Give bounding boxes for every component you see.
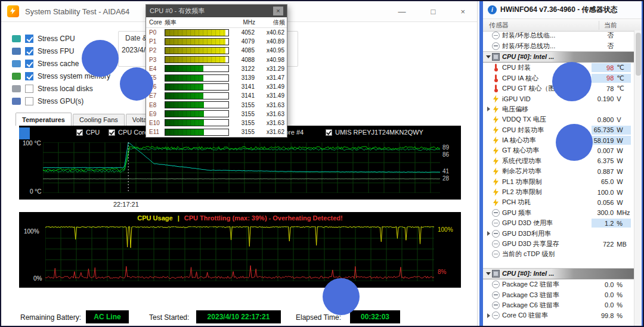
sensor-row[interactable]: VDDQ TX 电压0.800V — [483, 114, 634, 124]
freq-row[interactable]: P24085x40.95 — [146, 46, 287, 55]
temp-icon — [492, 74, 500, 82]
chevron-right-icon[interactable] — [485, 106, 492, 113]
scroll-thumb[interactable] — [19, 127, 30, 139]
legend-checkbox[interactable] — [76, 129, 83, 136]
frequency-bar-fill — [165, 39, 225, 45]
sensor-row[interactable]: GPU D3D利用率 — [483, 228, 634, 238]
freq-row[interactable]: E73141x31.49 — [146, 91, 287, 100]
sensor-row[interactable]: PL2 功率限制100.0W — [483, 187, 634, 197]
sensor-row[interactable]: 剩余芯片功率0.887W — [483, 166, 634, 176]
stress-checkbox[interactable] — [25, 35, 33, 43]
freq-titlebar[interactable]: CPU #0 - 有效频率 × — [146, 5, 287, 17]
sensor-row[interactable]: Package C2 驻留率0.0% — [483, 279, 634, 289]
sensor-value-number: 否 — [592, 42, 614, 51]
sensor-row[interactable]: PL1 功率限制65.0W — [483, 176, 634, 186]
battery-label: Remaining Battery: — [20, 313, 81, 322]
indent-spacer — [485, 75, 492, 82]
freq-row[interactable]: P34088x40.98 — [146, 55, 287, 64]
freq-row[interactable]: E113155x31.62 — [146, 127, 287, 136]
maximize-icon[interactable]: □ — [431, 7, 436, 16]
hwinfo-scrollbar[interactable] — [634, 30, 642, 327]
mhz-value: 3155 — [231, 120, 255, 126]
legend-checkbox[interactable] — [326, 129, 332, 136]
legend-item[interactable]: CPU Core — [109, 129, 148, 136]
sensor-row[interactable]: Package C6 驻留率0.0% — [483, 300, 634, 310]
sensor-row[interactable]: 封装/环形总线临...否 — [483, 30, 634, 41]
sensor-row[interactable]: 系统代理功率6.375W — [483, 156, 634, 166]
stress-checkbox[interactable] — [25, 60, 33, 68]
close-icon[interactable]: × — [460, 7, 465, 16]
chart-right-label: 100% — [438, 226, 453, 233]
legend-item[interactable]: CPU — [76, 129, 100, 136]
stress-label: Stress CPU — [38, 35, 75, 43]
freq-row[interactable]: P04052x40.62 — [146, 28, 287, 37]
tab-cooling-fans[interactable]: Cooling Fans — [73, 114, 125, 126]
chevron-down-icon[interactable] — [485, 54, 492, 60]
sensor-label: 当前的 cTDP 级别 — [502, 250, 592, 259]
sensor-value-number: 100.0 — [592, 189, 614, 196]
stress-checkbox[interactable] — [25, 47, 33, 55]
temp-icon — [492, 85, 500, 92]
sensor-row[interactable]: 当前的 cTDP 级别 — [483, 249, 634, 259]
stress-checkbox[interactable] — [25, 72, 33, 80]
sensor-value: 否 — [592, 42, 631, 51]
dash-icon — [492, 312, 500, 319]
sensor-value-unit: ℃ — [614, 74, 630, 82]
mhz-value: 4085 — [231, 47, 255, 54]
sensor-label: 封装/环形总线临... — [502, 31, 592, 40]
tab-temperatures[interactable]: Temperatures — [16, 113, 72, 126]
chevron-right-icon[interactable] — [485, 312, 492, 319]
sensor-row[interactable]: 封装/环形总线功...否 — [483, 41, 634, 51]
sensor-row[interactable]: Core C0 驻留率99.8% — [483, 310, 634, 320]
legend-checkbox[interactable] — [109, 129, 115, 136]
sensor-section-row[interactable]: CPU [#0]: Intel ... — [483, 268, 634, 279]
sensor-value-number: 6.375 — [592, 157, 614, 164]
scrollbar-thumb[interactable] — [636, 33, 641, 76]
frequency-bar — [165, 92, 229, 99]
legend-item[interactable]: UMIS RPEYJ1T24MKN2QWY — [326, 129, 423, 136]
freq-row[interactable]: E103155x31.63 — [146, 119, 287, 127]
bolt-icon — [492, 95, 500, 103]
stress-item[interactable]: Stress GPU(s) — [12, 95, 110, 107]
freq-row[interactable]: E53139x31.47 — [146, 73, 287, 82]
sensor-value: 99.8% — [592, 311, 631, 320]
bolt-icon — [492, 178, 500, 186]
sensor-value — [592, 250, 631, 259]
sensor-label: GPU 频率 — [502, 208, 592, 217]
temp-icon — [492, 64, 500, 71]
legend-label: CPU — [86, 129, 100, 136]
core-label: P3 — [149, 57, 163, 63]
sensor-value: 100.0W — [592, 188, 631, 197]
sensor-row[interactable]: PCH 功耗0.056W — [483, 197, 634, 207]
sensor-label: PCH 功耗 — [502, 198, 592, 207]
stress-checkbox[interactable] — [25, 97, 33, 105]
sensor-row[interactable]: Package C3 驻留率0.0% — [483, 289, 634, 300]
tab-bar: TemperaturesCooling FansVoltages — [16, 112, 165, 126]
freq-row[interactable]: P14079x40.89 — [146, 37, 287, 46]
sensor-row[interactable]: GPU D3D 共享显存722MB — [483, 239, 634, 249]
usage-title-main: CPU Usage — [137, 214, 172, 222]
minimize-icon[interactable]: — — [398, 7, 406, 16]
sensor-row[interactable]: GPU 频率300.0MHz — [483, 208, 634, 218]
y-axis-min-label: 0 °C — [30, 188, 42, 195]
sensor-row[interactable]: GPU D3D 使用率1.2% — [483, 218, 634, 228]
sensor-row[interactable]: 电压偏移 — [483, 104, 634, 114]
stress-checkbox[interactable] — [25, 85, 33, 93]
bolt-icon — [492, 188, 500, 196]
window-controls: — □ × — [398, 7, 465, 16]
chevron-down-icon[interactable] — [485, 270, 492, 277]
close-icon[interactable]: × — [273, 7, 283, 15]
freq-row[interactable]: E83155x31.63 — [146, 101, 287, 110]
sensor-value-number: 0.0 — [592, 281, 614, 288]
freq-row[interactable]: E43122x31.29 — [146, 64, 287, 73]
multiplier-value: x40.98 — [255, 57, 284, 63]
freq-row[interactable]: E63141x31.49 — [146, 82, 287, 91]
hwinfo-titlebar[interactable]: i HWiNFO64 v7.36-4960 - 传感器状态 — [483, 1, 642, 19]
sensor-section-row[interactable]: CPU [#0]: Intel ... — [483, 51, 634, 63]
chevron-right-icon[interactable] — [485, 231, 492, 237]
col-core: Core — [149, 19, 163, 26]
frequency-bar — [165, 38, 229, 45]
freq-row[interactable]: E93155x31.63 — [146, 110, 287, 119]
sensor-value: 1.2% — [592, 219, 631, 228]
stress-item[interactable]: Stress local disks — [12, 82, 110, 95]
